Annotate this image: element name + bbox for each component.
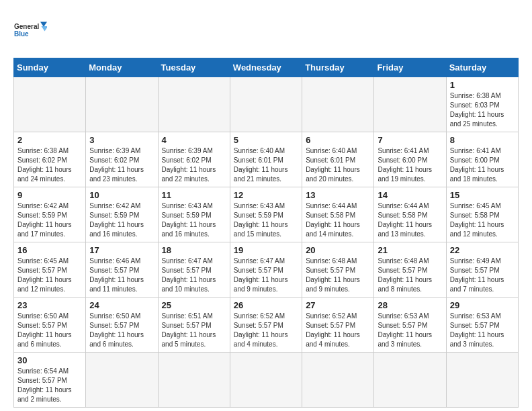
day-number: 29 <box>450 300 515 310</box>
calendar-day <box>302 77 374 132</box>
day-number: 18 <box>162 245 226 255</box>
calendar-week-4: 16Sunrise: 6:45 AM Sunset: 5:57 PM Dayli… <box>14 242 519 298</box>
day-info: Sunrise: 6:47 AM Sunset: 5:57 PM Dayligh… <box>162 257 226 294</box>
calendar-day: 3Sunrise: 6:39 AM Sunset: 6:02 PM Daylig… <box>86 132 158 187</box>
day-info: Sunrise: 6:44 AM Sunset: 5:58 PM Dayligh… <box>306 201 370 239</box>
day-number: 16 <box>17 245 82 255</box>
calendar-day: 18Sunrise: 6:47 AM Sunset: 5:57 PM Dayli… <box>158 242 230 298</box>
day-info: Sunrise: 6:40 AM Sunset: 6:01 PM Dayligh… <box>306 146 370 184</box>
day-info: Sunrise: 6:39 AM Sunset: 6:02 PM Dayligh… <box>162 146 226 184</box>
weekday-header-row: SundayMondayTuesdayWednesdayThursdayFrid… <box>14 58 519 77</box>
day-info: Sunrise: 6:53 AM Sunset: 5:57 PM Dayligh… <box>378 312 442 349</box>
day-number: 11 <box>162 190 226 200</box>
weekday-header-wednesday: Wednesday <box>230 58 302 77</box>
day-number: 15 <box>450 190 515 200</box>
calendar-day <box>14 77 86 132</box>
calendar-day <box>86 353 158 408</box>
calendar-week-5: 23Sunrise: 6:50 AM Sunset: 5:57 PM Dayli… <box>14 298 519 353</box>
calendar-day: 13Sunrise: 6:44 AM Sunset: 5:58 PM Dayli… <box>302 187 374 242</box>
day-info: Sunrise: 6:54 AM Sunset: 5:57 PM Dayligh… <box>17 367 82 404</box>
day-number: 4 <box>162 135 226 145</box>
day-info: Sunrise: 6:40 AM Sunset: 6:01 PM Dayligh… <box>234 146 298 184</box>
calendar-week-2: 2Sunrise: 6:38 AM Sunset: 6:02 PM Daylig… <box>14 132 519 187</box>
svg-text:Blue: Blue <box>14 30 29 38</box>
calendar-day: 5Sunrise: 6:40 AM Sunset: 6:01 PM Daylig… <box>230 132 302 187</box>
day-info: Sunrise: 6:51 AM Sunset: 5:57 PM Dayligh… <box>162 312 226 349</box>
calendar-day <box>158 77 230 132</box>
svg-text:General: General <box>14 23 39 30</box>
calendar-day: 7Sunrise: 6:41 AM Sunset: 6:00 PM Daylig… <box>374 132 446 187</box>
weekday-header-tuesday: Tuesday <box>158 58 230 77</box>
calendar-day: 24Sunrise: 6:50 AM Sunset: 5:57 PM Dayli… <box>86 298 158 353</box>
calendar-day: 25Sunrise: 6:51 AM Sunset: 5:57 PM Dayli… <box>158 298 230 353</box>
calendar-day: 4Sunrise: 6:39 AM Sunset: 6:02 PM Daylig… <box>158 132 230 187</box>
calendar-day: 8Sunrise: 6:41 AM Sunset: 6:00 PM Daylig… <box>446 132 518 187</box>
day-number: 24 <box>89 300 154 310</box>
day-number: 9 <box>17 190 82 200</box>
calendar-day: 27Sunrise: 6:52 AM Sunset: 5:57 PM Dayli… <box>302 298 374 353</box>
calendar-day: 28Sunrise: 6:53 AM Sunset: 5:57 PM Dayli… <box>374 298 446 353</box>
calendar-day <box>230 353 302 408</box>
calendar-week-1: 1Sunrise: 6:38 AM Sunset: 6:03 PM Daylig… <box>14 77 519 132</box>
weekday-header-saturday: Saturday <box>446 58 518 77</box>
calendar-day <box>374 77 446 132</box>
day-number: 6 <box>306 135 370 145</box>
calendar-day: 9Sunrise: 6:42 AM Sunset: 5:59 PM Daylig… <box>14 187 86 242</box>
day-info: Sunrise: 6:48 AM Sunset: 5:57 PM Dayligh… <box>306 257 370 294</box>
day-info: Sunrise: 6:39 AM Sunset: 6:02 PM Dayligh… <box>89 146 154 184</box>
calendar-day: 30Sunrise: 6:54 AM Sunset: 5:57 PM Dayli… <box>14 353 86 408</box>
day-number: 1 <box>450 80 515 90</box>
calendar-day: 1Sunrise: 6:38 AM Sunset: 6:03 PM Daylig… <box>446 77 518 132</box>
day-number: 21 <box>378 245 442 255</box>
day-number: 26 <box>234 300 298 310</box>
day-info: Sunrise: 6:52 AM Sunset: 5:57 PM Dayligh… <box>306 312 370 349</box>
day-number: 23 <box>17 300 82 310</box>
day-info: Sunrise: 6:44 AM Sunset: 5:58 PM Dayligh… <box>378 201 442 239</box>
calendar-day <box>158 353 230 408</box>
calendar-day: 17Sunrise: 6:46 AM Sunset: 5:57 PM Dayli… <box>86 242 158 298</box>
calendar-day: 21Sunrise: 6:48 AM Sunset: 5:57 PM Dayli… <box>374 242 446 298</box>
day-info: Sunrise: 6:41 AM Sunset: 6:00 PM Dayligh… <box>450 146 515 184</box>
logo: General Blue <box>13 13 47 47</box>
day-info: Sunrise: 6:47 AM Sunset: 5:57 PM Dayligh… <box>234 257 298 294</box>
calendar-day: 11Sunrise: 6:43 AM Sunset: 5:59 PM Dayli… <box>158 187 230 242</box>
day-info: Sunrise: 6:43 AM Sunset: 5:59 PM Dayligh… <box>162 201 226 239</box>
day-number: 25 <box>162 300 226 310</box>
calendar-day: 26Sunrise: 6:52 AM Sunset: 5:57 PM Dayli… <box>230 298 302 353</box>
calendar-day: 10Sunrise: 6:42 AM Sunset: 5:59 PM Dayli… <box>86 187 158 242</box>
calendar-table: SundayMondayTuesdayWednesdayThursdayFrid… <box>13 58 519 408</box>
day-info: Sunrise: 6:53 AM Sunset: 5:57 PM Dayligh… <box>450 312 515 349</box>
day-number: 10 <box>89 190 154 200</box>
weekday-header-friday: Friday <box>374 58 446 77</box>
day-info: Sunrise: 6:50 AM Sunset: 5:57 PM Dayligh… <box>17 312 82 349</box>
calendar-day <box>446 353 518 408</box>
calendar-day: 15Sunrise: 6:45 AM Sunset: 5:58 PM Dayli… <box>446 187 518 242</box>
day-info: Sunrise: 6:38 AM Sunset: 6:03 PM Dayligh… <box>450 91 515 129</box>
calendar-day: 2Sunrise: 6:38 AM Sunset: 6:02 PM Daylig… <box>14 132 86 187</box>
day-info: Sunrise: 6:43 AM Sunset: 5:59 PM Dayligh… <box>234 201 298 239</box>
calendar-day: 22Sunrise: 6:49 AM Sunset: 5:57 PM Dayli… <box>446 242 518 298</box>
day-info: Sunrise: 6:52 AM Sunset: 5:57 PM Dayligh… <box>234 312 298 349</box>
calendar-week-6: 30Sunrise: 6:54 AM Sunset: 5:57 PM Dayli… <box>14 353 519 408</box>
weekday-header-monday: Monday <box>86 58 158 77</box>
calendar-day <box>86 77 158 132</box>
day-number: 5 <box>234 135 298 145</box>
weekday-header-thursday: Thursday <box>302 58 374 77</box>
day-number: 8 <box>450 135 515 145</box>
weekday-header-sunday: Sunday <box>14 58 86 77</box>
day-number: 12 <box>234 190 298 200</box>
page-header: General Blue <box>13 13 519 47</box>
day-info: Sunrise: 6:45 AM Sunset: 5:57 PM Dayligh… <box>17 257 82 294</box>
day-info: Sunrise: 6:42 AM Sunset: 5:59 PM Dayligh… <box>17 201 82 239</box>
calendar-day: 12Sunrise: 6:43 AM Sunset: 5:59 PM Dayli… <box>230 187 302 242</box>
calendar-day: 6Sunrise: 6:40 AM Sunset: 6:01 PM Daylig… <box>302 132 374 187</box>
day-number: 13 <box>306 190 370 200</box>
day-info: Sunrise: 6:45 AM Sunset: 5:58 PM Dayligh… <box>450 201 515 239</box>
day-number: 7 <box>378 135 442 145</box>
day-number: 2 <box>17 135 82 145</box>
day-info: Sunrise: 6:41 AM Sunset: 6:00 PM Dayligh… <box>378 146 442 184</box>
calendar-day <box>302 353 374 408</box>
day-number: 20 <box>306 245 370 255</box>
day-number: 28 <box>378 300 442 310</box>
day-number: 30 <box>17 355 82 365</box>
